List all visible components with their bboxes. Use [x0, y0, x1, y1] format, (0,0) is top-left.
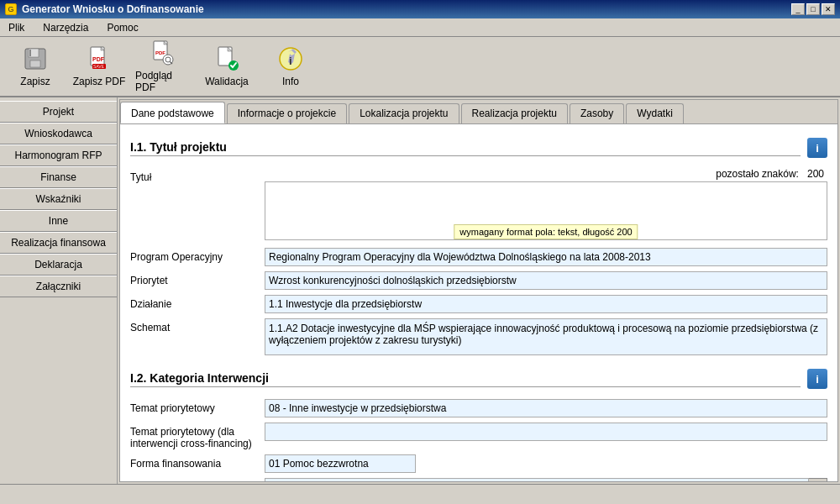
temat-cross-input[interactable]	[265, 423, 827, 441]
section2-title: I.2. Kategoria Interwencji	[130, 371, 801, 387]
podglad-pdf-button[interactable]: PDF Podgląd PDF	[134, 41, 192, 92]
program-label: Program Operacyjny	[130, 248, 265, 263]
svg-text:SAVE: SAVE	[93, 64, 105, 69]
textarea-hint: wymagany format pola: tekst, długość 200	[454, 224, 638, 239]
temat-row: Temat priorytetowy	[130, 399, 827, 417]
dzialanie-row: Działanie	[130, 295, 827, 313]
zapisz-button[interactable]: Zapisz	[7, 41, 64, 92]
dzialalnosc-input[interactable]	[265, 478, 809, 481]
sidebar-item-inne[interactable]: Inne	[0, 210, 117, 232]
section1-info-button[interactable]: i	[807, 138, 827, 158]
sidebar-item-deklaracja[interactable]: Deklaracja	[0, 254, 117, 276]
minimize-button[interactable]: _	[791, 3, 805, 15]
tytul-label: Tytuł	[130, 168, 265, 183]
info-button[interactable]: i Info	[262, 41, 319, 92]
walidacja-button[interactable]: Walidacja	[198, 41, 255, 92]
tabs-bar: Dane podstawowe Informacje o projekcie L…	[120, 100, 837, 124]
sidebar-item-zalaczniki[interactable]: Załączniki	[0, 276, 117, 297]
schemat-row: Schemat 1.1.A2 Dotacje inwestycyjne dla …	[130, 318, 827, 355]
temat-cross-label: Temat priorytetowy (dla interwencji cros…	[130, 423, 265, 449]
close-button[interactable]: ✕	[822, 3, 835, 15]
sidebar-item-harmonogram[interactable]: Harmonogram RFP	[0, 144, 117, 166]
sidebar-item-realizacja[interactable]: Realizacja finansowa	[0, 232, 117, 254]
section1-header: I.1. Tytuł projektu i	[130, 138, 827, 158]
dzialanie-input[interactable]	[265, 295, 827, 313]
restore-button[interactable]: □	[806, 3, 820, 15]
sidebar: Projekt Wnioskodawca Harmonogram RFP Fin…	[0, 97, 118, 484]
textarea-wrapper: wymagany format pola: tekst, długość 200	[265, 181, 827, 243]
svg-text:i: i	[289, 55, 292, 67]
priorytet-row: Priorytet	[130, 271, 827, 290]
forma-field	[265, 454, 827, 473]
sidebar-item-wskazniki[interactable]: Wskaźniki	[0, 188, 117, 210]
priorytet-input[interactable]	[265, 271, 827, 290]
app-icon: G	[5, 3, 17, 15]
zapisz-pdf-button[interactable]: PDF SAVE Zapisz PDF	[71, 41, 128, 92]
pdf-save-icon: PDF SAVE	[86, 45, 113, 72]
window-controls: _ □ ✕	[791, 3, 835, 15]
preview-icon: PDF	[150, 39, 176, 66]
dzialanie-label: Działanie	[130, 295, 265, 310]
temat-input[interactable]	[265, 399, 827, 417]
program-field	[265, 248, 827, 266]
program-input[interactable]	[265, 248, 827, 266]
main-content: Projekt Wnioskodawca Harmonogram RFP Fin…	[0, 97, 840, 484]
dzialalnosc-select-wrapper: ▼	[265, 478, 827, 481]
toolbar: Zapisz PDF SAVE Zapisz PDF PDF	[0, 37, 840, 97]
menu-narzedzia[interactable]: Narzędzia	[38, 20, 93, 35]
section2-info-button[interactable]: i	[807, 369, 827, 389]
menu-bar: Plik Narzędzia Pomoc	[0, 18, 840, 37]
tab-realizacja[interactable]: Realizacja projektu	[461, 103, 568, 123]
svg-text:PDF: PDF	[155, 50, 165, 55]
tab-informacje[interactable]: Informacje o projekcie	[227, 103, 347, 123]
tytul-field: pozostało znaków: 200 wymagany format po…	[265, 168, 827, 243]
tab-dane-podstawowe[interactable]: Dane podstawowe	[120, 102, 225, 123]
schemat-label: Schemat	[130, 318, 265, 333]
temat-field	[265, 399, 827, 417]
temat-cross-field	[265, 423, 827, 441]
walidacja-label: Walidacja	[205, 76, 249, 87]
temat-cross-row: Temat priorytetowy (dla interwencji cros…	[130, 423, 827, 449]
forma-row: Forma finansowania	[130, 454, 827, 473]
title-bar: G Generator Wniosku o Dofinansowanie _ □…	[0, 0, 840, 18]
sidebar-item-projekt[interactable]: Projekt	[0, 101, 117, 123]
info-label: Info	[282, 76, 299, 87]
window-title: Generator Wniosku o Dofinansowanie	[22, 3, 204, 15]
dzialalnosc-label: Działalność gospodarcza	[130, 478, 265, 481]
validate-icon	[213, 45, 240, 72]
schemat-field: 1.1.A2 Dotacje inwestycyjne dla MŚP wspi…	[265, 318, 827, 355]
priorytet-field	[265, 271, 827, 290]
form-scroll[interactable]: I.1. Tytuł projektu i Tytuł pozostało zn…	[120, 124, 837, 481]
forma-label: Forma finansowania	[130, 454, 265, 470]
menu-plik[interactable]: Plik	[3, 20, 29, 35]
tab-zasoby[interactable]: Zasoby	[570, 103, 624, 123]
status-bar	[0, 484, 840, 504]
tab-wydatki[interactable]: Wydatki	[626, 103, 684, 123]
priorytet-label: Priorytet	[130, 271, 265, 286]
tytul-row: Tytuł pozostało znaków: 200 wymagany for…	[130, 168, 827, 243]
forma-input[interactable]	[265, 454, 416, 473]
svg-rect-2	[30, 60, 40, 67]
svg-rect-3	[29, 50, 31, 56]
dzialanie-field	[265, 295, 827, 313]
sidebar-item-wnioskodawca[interactable]: Wnioskodawca	[0, 123, 117, 144]
svg-text:PDF: PDF	[92, 56, 105, 62]
content-panel: Dane podstawowe Informacje o projekcie L…	[119, 99, 838, 482]
dzialalnosc-field: ▼	[265, 478, 827, 481]
chars-remaining: pozostało znaków: 200	[265, 168, 827, 180]
info-toolbar-icon: i	[277, 45, 304, 72]
menu-pomoc[interactable]: Pomoc	[102, 20, 143, 35]
temat-label: Temat priorytetowy	[130, 399, 265, 414]
section2-header: I.2. Kategoria Interwencji i	[130, 369, 827, 389]
dzialalnosc-dropdown-btn[interactable]: ▼	[809, 478, 827, 481]
podglad-pdf-label: Podgląd PDF	[135, 70, 191, 93]
zapisz-pdf-label: Zapisz PDF	[73, 76, 126, 87]
sidebar-item-finanse[interactable]: Finanse	[0, 166, 117, 188]
save-icon	[22, 45, 49, 72]
section1-title: I.1. Tytuł projektu	[130, 140, 801, 156]
tab-lokalizacja[interactable]: Lokalizacja projektu	[349, 103, 459, 123]
program-row: Program Operacyjny	[130, 248, 827, 266]
schemat-input[interactable]: 1.1.A2 Dotacje inwestycyjne dla MŚP wspi…	[265, 318, 827, 355]
zapisz-label: Zapisz	[20, 76, 50, 87]
dzialalnosc-row: Działalność gospodarcza ▼	[130, 478, 827, 481]
